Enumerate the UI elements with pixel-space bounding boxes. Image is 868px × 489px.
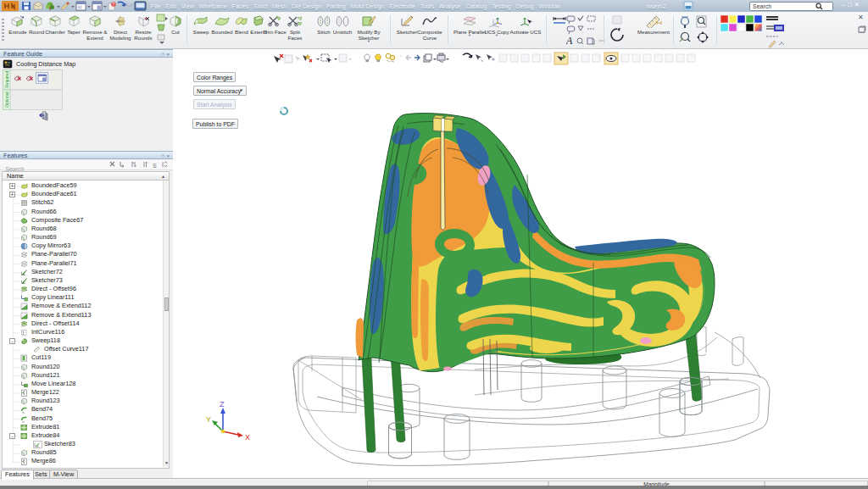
svg-text:X: X <box>245 433 250 442</box>
svg-text:Y: Y <box>206 415 211 424</box>
svg-text:A: A <box>566 35 573 46</box>
svg-text:?: ? <box>113 2 115 7</box>
svg-text:Required: Required <box>4 70 9 88</box>
svg-text:S: S <box>153 163 157 169</box>
svg-text:Z: Z <box>220 400 225 408</box>
svg-text:Cooling Distance Map: Cooling Distance Map <box>16 60 75 68</box>
svg-text:Optional: Optional <box>4 92 9 108</box>
